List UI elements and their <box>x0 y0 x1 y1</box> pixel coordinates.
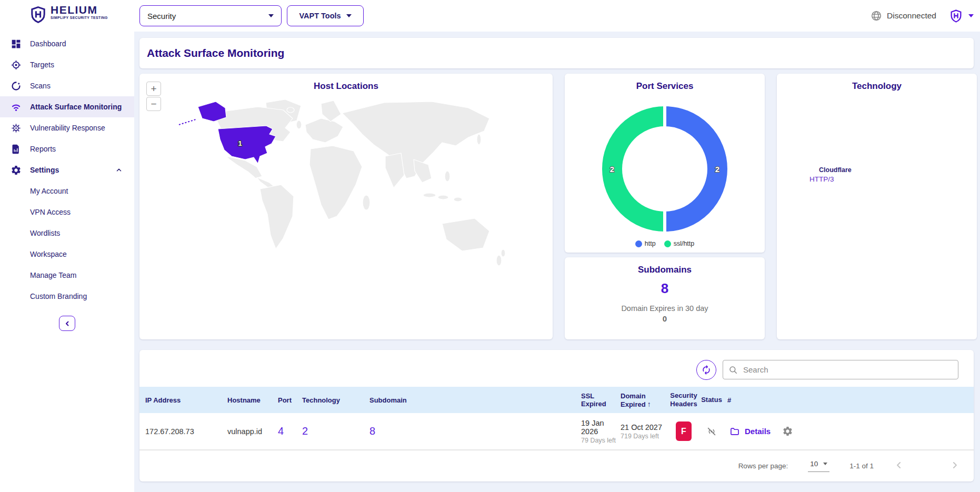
topbar: Security VAPT Tools Disconnected <box>134 0 980 32</box>
row-settings-gear-icon[interactable] <box>782 426 793 437</box>
map-zoom-in-button[interactable]: + <box>146 82 161 96</box>
cell-ssl-expired: 19 Jan 2026 79 Days left <box>581 419 621 444</box>
brand-logo: HELIUM SIMPLIFY SECURITY TESTING <box>29 4 108 25</box>
main-content: Attack Surface Monitoring Host Locations… <box>134 32 980 492</box>
sidebar-item-label: Attack Surface Monitoring <box>30 103 122 111</box>
ssl-expired-date: 19 Jan 2026 <box>581 419 621 436</box>
workspace-select-value: Security <box>147 12 176 21</box>
cell-port-count[interactable]: 4 <box>278 425 302 437</box>
sidebar-item-settings[interactable]: Settings <box>0 159 134 180</box>
chevron-left-icon <box>894 460 904 470</box>
bug-icon <box>11 123 22 134</box>
folder-icon[interactable] <box>729 426 740 437</box>
table-header-row: IP Address Hostname Port Technology Subd… <box>139 387 974 413</box>
account-shield-icon[interactable] <box>949 8 963 24</box>
sidebar-item-wordlists[interactable]: Wordlists <box>0 223 134 244</box>
cell-technology-count[interactable]: 2 <box>302 425 369 437</box>
sidebar-item-dashboard[interactable]: Dashboard <box>0 33 134 54</box>
sidebar-item-vulnerability-response[interactable]: Vulnerability Response <box>0 117 134 138</box>
scan-icon <box>11 81 22 92</box>
sidebar-item-workspace[interactable]: Workspace <box>0 244 134 265</box>
cell-domain-expired: 21 Oct 2027 719 Days left <box>621 423 667 440</box>
subdomains-card: Subdomains 8 Domain Expires in 30 day 0 <box>565 257 765 339</box>
sidebar-item-scans[interactable]: Scans <box>0 75 134 96</box>
vapt-tools-button[interactable]: VAPT Tools <box>287 5 364 26</box>
subdomains-expiry-count: 0 <box>565 314 765 323</box>
domain-expired-days-left: 719 Days left <box>621 433 667 440</box>
column-header-status[interactable]: Status <box>700 396 723 404</box>
port-services-donut-chart: 2 2 <box>565 74 765 238</box>
ssl-expired-days-left: 79 Days left <box>581 437 621 444</box>
sidebar-item-reports[interactable]: Reports <box>0 138 134 159</box>
sidebar: HELIUM SIMPLIFY SECURITY TESTING Dashboa… <box>0 0 134 492</box>
technology-tag-cloudflare[interactable]: Cloudflare <box>819 166 852 174</box>
wifi-icon <box>11 102 22 113</box>
column-header-subdomain[interactable]: Subdomain <box>369 396 581 404</box>
search-input[interactable] <box>742 365 953 375</box>
technology-title: Technology <box>777 74 977 92</box>
sidebar-item-label: Targets <box>30 61 54 69</box>
column-header-actions[interactable]: # <box>723 396 974 404</box>
connection-status: Disconnected <box>887 11 936 21</box>
donut-legend: http ssl/http <box>565 240 765 247</box>
previous-page-button[interactable] <box>894 460 904 472</box>
search-box <box>723 360 958 379</box>
next-page-button[interactable] <box>949 460 960 472</box>
workspace-select[interactable]: Security <box>139 5 282 26</box>
column-header-technology[interactable]: Technology <box>302 396 369 404</box>
table-row: 172.67.208.73 vulnapp.id 4 2 8 19 Jan 20… <box>139 413 974 450</box>
legend-dot-http <box>635 240 642 247</box>
chevron-up-icon <box>115 166 123 174</box>
column-header-hostname[interactable]: Hostname <box>227 396 278 404</box>
gear-icon <box>11 165 22 176</box>
sort-ascending-icon: ↑ <box>647 400 651 408</box>
sidebar-subitem-label: Custom Branding <box>30 292 87 300</box>
brand-tagline: SIMPLIFY SECURITY TESTING <box>51 16 108 19</box>
rows-per-page-label: Rows per page: <box>738 462 788 470</box>
map-zoom-controls: + − <box>146 82 161 111</box>
cell-hostname: vulnapp.id <box>227 427 278 436</box>
shield-logo-icon <box>29 4 47 25</box>
technology-tag-http3[interactable]: HTTP/3 <box>809 175 834 183</box>
sidebar-item-my-account[interactable]: My Account <box>0 180 134 202</box>
sidebar-item-attack-surface-monitoring[interactable]: Attack Surface Monitoring <box>0 96 134 117</box>
donut-segment-http[interactable] <box>665 116 717 222</box>
sidebar-item-vpn-access[interactable]: VPN Access <box>0 202 134 223</box>
cell-subdomain-count[interactable]: 8 <box>369 425 581 437</box>
column-header-ip-address[interactable]: IP Address <box>139 396 227 404</box>
security-grade-badge: F <box>676 421 692 441</box>
pagination-range: 1-1 of 1 <box>849 462 874 470</box>
signal-off-icon <box>706 426 717 437</box>
rows-per-page-select[interactable]: 10 <box>808 460 829 472</box>
sidebar-item-manage-team[interactable]: Manage Team <box>0 265 134 286</box>
map-zoom-out-button[interactable]: − <box>146 97 161 111</box>
donut-segment-ssl-http[interactable] <box>612 116 665 222</box>
sidebar-nav: Dashboard Targets Scans Attack Surface M… <box>0 33 134 307</box>
column-header-domain-expired[interactable]: Domain Expired↑ <box>621 392 667 408</box>
sidebar-item-custom-branding[interactable]: Custom Branding <box>0 286 134 307</box>
port-services-card: Port Services 2 2 http ssl/http <box>565 74 765 253</box>
subdomains-count: 8 <box>565 280 765 297</box>
sidebar-item-targets[interactable]: Targets <box>0 54 134 75</box>
dashboard-icon <box>11 38 22 49</box>
column-header-security-headers[interactable]: Security Headers <box>667 391 700 409</box>
vapt-tools-label: VAPT Tools <box>299 12 341 20</box>
results-table-card: IP Address Hostname Port Technology Subd… <box>139 350 974 481</box>
sidebar-item-label: Vulnerability Response <box>30 124 105 132</box>
legend-label-ssl-http: ssl/http <box>674 240 695 247</box>
refresh-button[interactable] <box>696 360 716 380</box>
column-header-ssl-expired[interactable]: SSL Expired <box>581 392 621 408</box>
subdomains-title: Subdomains <box>565 257 765 275</box>
legend-item-http: http <box>635 240 656 247</box>
world-map[interactable]: 1 <box>147 97 545 334</box>
sidebar-item-label: Settings <box>30 166 59 174</box>
column-header-domain-expired-label: Domain Expired <box>621 392 646 408</box>
account-menu-caret-icon[interactable] <box>968 14 974 17</box>
cell-actions: Details <box>723 426 974 437</box>
sidebar-subitem-label: VPN Access <box>30 208 71 216</box>
details-button[interactable]: Details <box>745 427 771 436</box>
sidebar-collapse-button[interactable] <box>59 316 75 331</box>
column-header-port[interactable]: Port <box>278 396 302 404</box>
report-icon <box>11 144 22 155</box>
page-title-card: Attack Surface Monitoring <box>139 38 974 68</box>
